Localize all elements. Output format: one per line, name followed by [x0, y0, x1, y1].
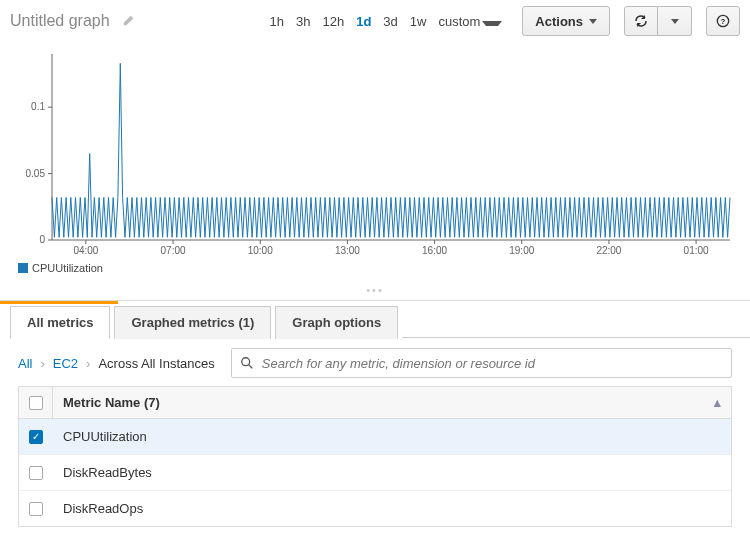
- chevron-right-icon: ›: [86, 356, 90, 371]
- time-range-3d[interactable]: 3d: [377, 14, 403, 29]
- legend-swatch: [18, 263, 28, 273]
- refresh-options-button[interactable]: [658, 6, 692, 36]
- refresh-icon: [633, 13, 649, 29]
- breadcrumb-ec2[interactable]: EC2: [53, 356, 78, 371]
- refresh-button[interactable]: [624, 6, 658, 36]
- svg-text:?: ?: [721, 17, 726, 26]
- time-range-1h[interactable]: 1h: [264, 14, 290, 29]
- tab-graphed-metrics-[interactable]: Graphed metrics (1): [114, 306, 271, 339]
- time-range-1d[interactable]: 1d: [350, 14, 377, 29]
- svg-text:04:00: 04:00: [73, 245, 98, 256]
- time-range-12h[interactable]: 12h: [316, 14, 350, 29]
- svg-text:22:00: 22:00: [596, 245, 621, 256]
- svg-text:16:00: 16:00: [422, 245, 447, 256]
- search-icon: [240, 356, 254, 370]
- page-title: Untitled graph: [10, 12, 110, 30]
- svg-text:0.05: 0.05: [26, 168, 46, 179]
- breadcrumb-all[interactable]: All: [18, 356, 32, 371]
- drag-handle-icon[interactable]: •••: [0, 280, 750, 300]
- search-input[interactable]: [262, 356, 723, 371]
- svg-text:0.1: 0.1: [31, 101, 45, 112]
- svg-text:10:00: 10:00: [248, 245, 273, 256]
- svg-text:0: 0: [39, 234, 45, 245]
- caret-down-icon: [482, 21, 502, 26]
- svg-text:13:00: 13:00: [335, 245, 360, 256]
- metric-name: CPUUtilization: [53, 419, 731, 454]
- breadcrumb-current: Across All Instances: [98, 356, 214, 371]
- breadcrumb: All › EC2 › Across All Instances: [18, 348, 732, 378]
- svg-point-26: [242, 358, 250, 366]
- select-all-checkbox[interactable]: [29, 396, 43, 410]
- row-checkbox[interactable]: ✓: [29, 430, 43, 444]
- row-checkbox[interactable]: [29, 502, 43, 516]
- chevron-right-icon: ›: [40, 356, 44, 371]
- metric-name: DiskReadOps: [53, 491, 731, 526]
- sort-asc-icon: ▴: [714, 395, 721, 410]
- help-button[interactable]: ?: [706, 6, 740, 36]
- table-row[interactable]: DiskReadBytes: [19, 455, 731, 491]
- time-range-1w[interactable]: 1w: [404, 14, 433, 29]
- tab-graph-options[interactable]: Graph options: [275, 306, 398, 339]
- tab-bar: All metricsGraphed metrics (1)Graph opti…: [0, 300, 750, 338]
- metric-search[interactable]: [231, 348, 732, 378]
- time-range-selector: 1h3h12h1d3d1wcustom: [264, 14, 509, 29]
- caret-down-icon: [671, 19, 679, 24]
- legend-label: CPUUtilization: [32, 262, 103, 274]
- time-range-custom[interactable]: custom: [432, 14, 508, 29]
- svg-text:07:00: 07:00: [161, 245, 186, 256]
- tab-all-metrics[interactable]: All metrics: [10, 306, 110, 339]
- table-row[interactable]: ✓CPUUtilization: [19, 419, 731, 455]
- metric-chart[interactable]: 00.050.104:0007:0010:0013:0016:0019:0022…: [18, 48, 736, 258]
- metric-name: DiskReadBytes: [53, 455, 731, 490]
- actions-label: Actions: [535, 14, 583, 29]
- edit-icon[interactable]: [122, 13, 136, 30]
- actions-button[interactable]: Actions: [522, 6, 610, 36]
- row-checkbox[interactable]: [29, 466, 43, 480]
- help-icon: ?: [716, 14, 730, 28]
- time-range-3h[interactable]: 3h: [290, 14, 316, 29]
- table-row[interactable]: DiskReadOps: [19, 491, 731, 526]
- column-header-name[interactable]: Metric Name (7) ▴: [53, 387, 731, 418]
- svg-text:01:00: 01:00: [684, 245, 709, 256]
- chart-legend: CPUUtilization: [18, 258, 732, 274]
- svg-text:19:00: 19:00: [509, 245, 534, 256]
- svg-line-27: [249, 365, 253, 369]
- caret-down-icon: [589, 19, 597, 24]
- metrics-table: Metric Name (7) ▴ ✓CPUUtilizationDiskRea…: [18, 386, 732, 527]
